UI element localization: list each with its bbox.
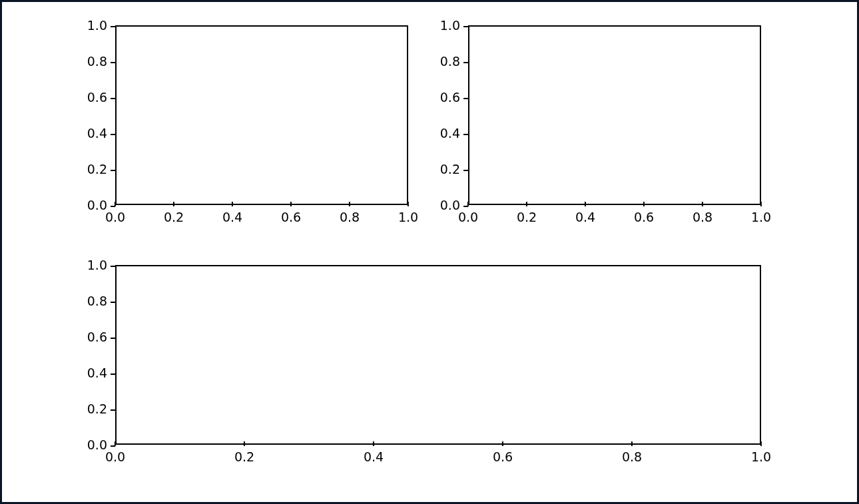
y-tick: 0.6	[428, 91, 460, 104]
x-tick: 0.6	[634, 211, 654, 224]
y-tick: 0.2	[75, 403, 107, 415]
x-tick: 0.6	[493, 451, 513, 463]
x-tick: 1.0	[398, 211, 418, 224]
axes-bottom: 0.00.20.40.60.81.00.00.20.40.60.81.0	[75, 258, 768, 478]
x-tick: 0.2	[164, 211, 184, 224]
y-tick: 0.0	[428, 199, 460, 212]
y-tick: 0.6	[75, 331, 107, 344]
y-tick: 0.0	[75, 199, 107, 212]
y-tick: 1.0	[428, 19, 460, 32]
x-tick: 0.8	[340, 211, 360, 224]
y-tick: 0.8	[75, 295, 107, 308]
x-tick: 0.4	[222, 211, 242, 224]
x-tick: 0.0	[458, 211, 478, 224]
axes-top-right: 0.00.20.40.60.81.00.00.20.40.60.81.0	[428, 19, 768, 238]
y-tick: 0.2	[428, 163, 460, 176]
plot-area	[115, 265, 761, 445]
figure-frame: { "chart_data": [ { "type": "line", "tit…	[0, 0, 859, 504]
plot-area	[115, 25, 408, 205]
x-tick: 0.8	[693, 211, 713, 224]
x-tick: 0.0	[105, 451, 125, 463]
axes-top-left: 0.00.20.40.60.81.00.00.20.40.60.81.0	[75, 19, 415, 238]
y-tick: 0.8	[428, 55, 460, 68]
y-tick: 0.6	[75, 91, 107, 104]
matplotlib-figure: 0.00.20.40.60.81.00.00.20.40.60.81.00.00…	[75, 12, 781, 491]
x-tick: 0.4	[575, 211, 595, 224]
y-tick: 1.0	[75, 259, 107, 272]
x-tick: 0.4	[364, 451, 384, 463]
y-tick: 0.2	[75, 163, 107, 176]
y-tick: 0.8	[75, 55, 107, 68]
y-tick: 0.4	[428, 127, 460, 140]
y-tick: 0.4	[75, 127, 107, 140]
x-tick: 0.0	[105, 211, 125, 224]
x-tick: 1.0	[751, 451, 771, 463]
y-tick: 0.4	[75, 367, 107, 379]
x-tick: 0.8	[622, 451, 642, 463]
x-tick: 0.2	[517, 211, 537, 224]
x-tick: 0.6	[281, 211, 301, 224]
x-tick: 1.0	[751, 211, 771, 224]
plot-area	[468, 25, 761, 205]
x-tick: 0.2	[234, 451, 254, 463]
y-tick: 1.0	[75, 19, 107, 32]
y-tick: 0.0	[75, 439, 107, 451]
